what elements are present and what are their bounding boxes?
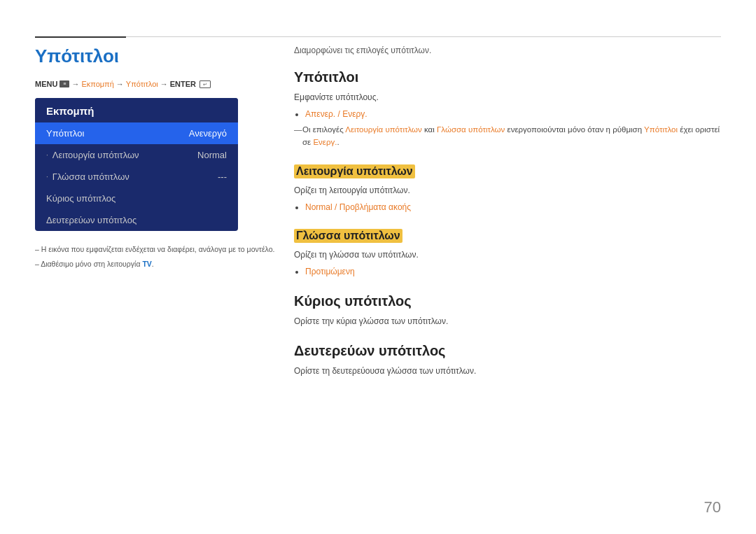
- menu-item-label: Κύριος υπότιτλος: [46, 193, 115, 204]
- footnote-2: – Διαθέσιμο μόνο στη λειτουργία TV.: [35, 258, 287, 270]
- top-rule-accent: [35, 36, 126, 38]
- footnotes: – Η εικόνα που εμφανίζεται ενδέχεται να …: [35, 244, 287, 270]
- menu-item-subtitle-mode[interactable]: · Λειτουργία υπότιτλων Normal: [35, 144, 238, 166]
- menu-item-value: ---: [218, 171, 227, 182]
- link-on: Ενεργ.: [313, 138, 337, 146]
- section-desc-secondary: Ορίστε τη δευτερεύουσα γλώσσα των υπότιτ…: [294, 365, 721, 377]
- top-rule: [35, 36, 721, 37]
- bullet-list-subtitle-mode: Normal / Προβλήματα ακοής: [305, 201, 721, 213]
- menu-item-value: Normal: [197, 150, 227, 160]
- section-desc-primary: Ορίστε την κύρια γλώσσα των υπότιτλων.: [294, 315, 721, 328]
- dot-icon: ·: [46, 151, 48, 159]
- link-subtitle-mode: Λειτουργία υπότιτλων: [345, 125, 422, 134]
- section-title-primary: Κύριος υπότιτλος: [294, 293, 721, 309]
- menu-item-label: Υπότιτλοι: [46, 128, 84, 139]
- section-title-subtitle-mode: Λειτουργία υπότιτλων: [294, 164, 415, 178]
- dot-icon: ·: [46, 173, 48, 181]
- section-desc-subtitles: Εμφανίστε υπότιτλους.: [294, 91, 721, 104]
- arrow-3: →: [160, 80, 168, 88]
- footnote-1: – Η εικόνα που εμφανίζεται ενδέχεται να …: [35, 244, 287, 255]
- menu-broadcast: Εκπομπή: [81, 80, 113, 88]
- section-desc-subtitle-lang: Ορίζει τη γλώσσα των υπότιτλων.: [294, 248, 721, 261]
- note-subtitles: Οι επιλογές Λειτουργία υπότιτλων και Γλώ…: [294, 123, 721, 149]
- menu-item-secondary-subtitle[interactable]: Δευτερεύων υπότιτλος: [35, 209, 238, 231]
- arrow-2: →: [116, 80, 124, 88]
- enter-icon: ↵: [200, 80, 211, 88]
- section-title-subtitle-lang: Γλώσσα υπότιτλων: [294, 229, 402, 243]
- enter-label: ENTER: [170, 80, 196, 88]
- bullet-list-subtitle-lang: Προτιμώμενη: [305, 265, 721, 278]
- menu-subtitles: Υπότιτλοι: [126, 80, 158, 88]
- section-subtitles: Υπότιτλοι Εμφανίστε υπότιτλους. Απενερ. …: [294, 69, 721, 149]
- section-desc-subtitle-mode: Ορίζει τη λειτουργία υπότιτλων.: [294, 184, 721, 197]
- section-title-subtitles: Υπότιτλοι: [294, 69, 721, 85]
- link-on-off: Απενερ. / Ενεργ.: [305, 109, 368, 119]
- left-panel: Υπότιτλοι MENU ≡ → Εκπομπή → Υπότιτλοι →…: [35, 45, 287, 273]
- right-intro: Διαμορφώνει τις επιλογές υπότιτλων.: [294, 45, 721, 55]
- link-subtitles: Υπότιτλοι: [644, 125, 678, 134]
- bullet-item-normal-hearing: Normal / Προβλήματα ακοής: [305, 201, 721, 213]
- right-panel: Διαμορφώνει τις επιλογές υπότιτλων. Υπότ…: [294, 45, 721, 393]
- menu-box-header: Εκπομπή: [35, 98, 238, 122]
- menu-item-label: · Γλώσσα υπότιτλων: [46, 171, 130, 182]
- bullet-item-on-off: Απενερ. / Ενεργ.: [305, 108, 721, 120]
- section-primary-subtitle: Κύριος υπότιτλος Ορίστε την κύρια γλώσσα…: [294, 293, 721, 328]
- section-subtitle-lang: Γλώσσα υπότιτλων Ορίζει τη γλώσσα των υπ…: [294, 229, 721, 278]
- menu-box: Εκπομπή Υπότιτλοι Ανενεργό · Λειτουργία …: [35, 98, 238, 231]
- menu-item-subtitle-lang[interactable]: · Γλώσσα υπότιτλων ---: [35, 166, 238, 188]
- menu-label: MENU: [35, 80, 57, 88]
- page-number: 70: [704, 498, 721, 517]
- link-normal-hearing: Normal / Προβλήματα ακοής: [305, 202, 411, 212]
- menu-item-value: Ανενεργό: [189, 128, 227, 139]
- bullet-list-subtitles: Απενερ. / Ενεργ.: [305, 108, 721, 120]
- menu-item-subtitles[interactable]: Υπότιτλοι Ανενεργό: [35, 122, 238, 144]
- section-subtitle-mode: Λειτουργία υπότιτλων Ορίζει τη λειτουργί…: [294, 164, 721, 213]
- arrow-1: →: [71, 80, 79, 88]
- bullet-item-preferred: Προτιμώμενη: [305, 265, 721, 278]
- menu-item-label: Δευτερεύων υπότιτλος: [46, 215, 136, 225]
- page-title: Υπότιτλοι: [35, 45, 287, 67]
- link-preferred: Προτιμώμενη: [305, 267, 355, 276]
- tv-highlight: TV: [142, 260, 151, 268]
- menu-item-primary-subtitle[interactable]: Κύριος υπότιτλος: [35, 188, 238, 209]
- section-secondary-subtitle: Δευτερεύων υπότιτλος Ορίστε τη δευτερεύο…: [294, 343, 721, 377]
- menu-path: MENU ≡ → Εκπομπή → Υπότιτλοι → ENTER ↵: [35, 80, 287, 88]
- menu-item-label: · Λειτουργία υπότιτλων: [46, 150, 139, 160]
- menu-icon: ≡: [59, 80, 69, 87]
- link-subtitle-lang: Γλώσσα υπότιτλων: [437, 125, 505, 134]
- section-title-secondary: Δευτερεύων υπότιτλος: [294, 343, 721, 359]
